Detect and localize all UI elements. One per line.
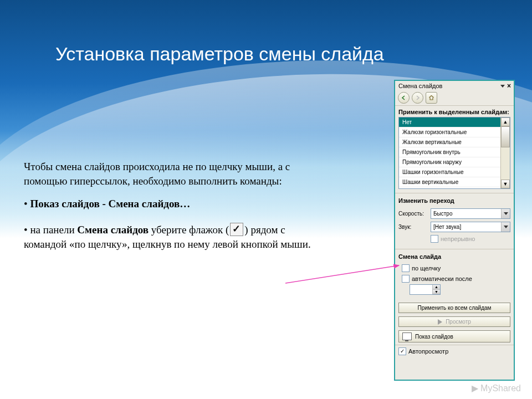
list-item[interactable]: Жалюзи вертикальные: [399, 137, 500, 147]
speed-combobox[interactable]: Быстро: [431, 208, 510, 219]
pointer-arrow: [285, 263, 403, 285]
slide-transition-panel: Смена слайдов × Применить к выделенным с…: [394, 80, 515, 381]
bullet-2: • на панели Смена слайдов уберите флажок…: [24, 220, 326, 251]
continuous-label: непрерывно: [441, 236, 475, 242]
speed-label: Скорость:: [398, 211, 428, 217]
listbox-scrollbar[interactable]: ▲ ▼: [500, 117, 510, 188]
scroll-down-button[interactable]: ▼: [501, 180, 510, 188]
chevron-down-icon[interactable]: [501, 209, 510, 218]
apply-to-label: Применить к выделенным слайдам:: [395, 106, 514, 117]
slideshow-button[interactable]: Показ слайдов: [398, 330, 510, 342]
modify-transition-section: Изменить переход Скорость: Быстро Звук: …: [395, 193, 514, 245]
preview-button[interactable]: Просмотр: [398, 316, 510, 327]
advance-slide-section: Смена слайда по щелчку автоматически пос…: [395, 249, 514, 297]
advance-label: Смена слайда: [398, 250, 510, 262]
watermark: ▶ MyShared: [472, 383, 521, 393]
slide-title: Установка параметров смены слайда: [55, 43, 488, 65]
sound-label: Звук:: [398, 224, 428, 230]
list-item[interactable]: Шашки горизонтальные: [399, 167, 500, 177]
scroll-thumb[interactable]: [501, 126, 510, 147]
panel-titlebar: Смена слайдов ×: [395, 81, 514, 90]
scroll-up-button[interactable]: ▲: [501, 117, 510, 126]
delay-spinner[interactable]: ▲ ▼: [410, 284, 441, 295]
list-item[interactable]: Нет: [399, 117, 500, 127]
slide-body: Чтобы смена слайдов происходила не по ще…: [24, 160, 326, 260]
panel-nav-row: [395, 90, 514, 106]
transition-listbox[interactable]: Нет Жалюзи горизонтальные Жалюзи вертика…: [398, 117, 510, 189]
nav-back-button[interactable]: [398, 92, 410, 104]
panel-menu-dropdown-icon[interactable]: [500, 85, 505, 88]
nav-forward-button[interactable]: [412, 92, 423, 104]
modify-transition-label: Изменить переход: [398, 195, 510, 206]
checkbox-icon: [230, 223, 243, 236]
monitor-icon: [402, 332, 412, 340]
auto-after-label: автоматически после: [412, 275, 472, 282]
close-icon[interactable]: ×: [507, 83, 511, 89]
play-icon: [438, 319, 442, 325]
sound-combobox[interactable]: [Нет звука]: [431, 222, 510, 232]
spinner-down-button[interactable]: ▼: [432, 290, 440, 295]
bullet-1: • Показ слайдов - Смена слайдов…: [24, 197, 326, 211]
list-item[interactable]: Прямоугольник наружу: [399, 157, 500, 167]
panel-footer: Автопросмотр: [395, 345, 514, 357]
chevron-down-icon[interactable]: [501, 222, 510, 232]
on-click-label: по щелчку: [412, 265, 441, 272]
on-click-checkbox[interactable]: [402, 264, 410, 272]
spinner-up-button[interactable]: ▲: [432, 285, 440, 290]
autopreview-checkbox[interactable]: [398, 347, 406, 355]
auto-after-checkbox[interactable]: [402, 275, 410, 283]
continuous-checkbox[interactable]: [431, 235, 438, 243]
list-item[interactable]: Шашки вертикальные: [399, 177, 500, 187]
panel-title-text: Смена слайдов: [398, 83, 442, 89]
svg-line-1: [285, 265, 399, 283]
intro-paragraph: Чтобы смена слайдов происходила не по ще…: [24, 160, 326, 188]
list-item[interactable]: Прямоугольник внутрь: [399, 147, 500, 157]
autopreview-label: Автопросмотр: [408, 348, 448, 355]
nav-home-button[interactable]: [426, 92, 437, 104]
apply-to-all-button[interactable]: Применить ко всем слайдам: [398, 303, 510, 313]
list-item[interactable]: Жалюзи горизонтальные: [399, 127, 500, 137]
